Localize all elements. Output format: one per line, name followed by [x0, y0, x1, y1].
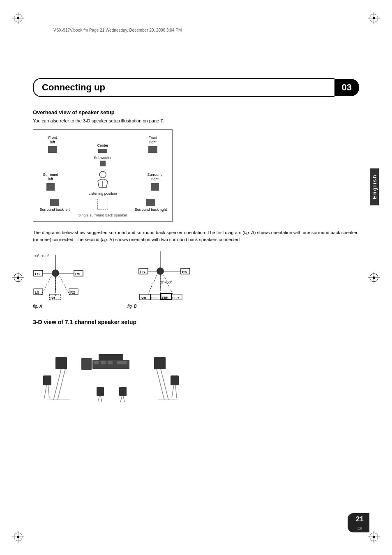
header-bar: Connecting up 03	[33, 78, 359, 97]
subwoofer-row: Subwoofer	[38, 156, 167, 166]
page-number-sub: En	[357, 526, 362, 530]
surround-back-row: Surround back left Surround back right	[38, 199, 167, 212]
svg-rect-71	[94, 361, 99, 364]
surround-row: Surroundleft Listening position Surround…	[38, 169, 167, 196]
svg-line-64	[53, 367, 62, 400]
front-left-speaker	[48, 146, 57, 153]
3d-speaker-illustration	[33, 330, 359, 405]
svg-rect-77	[43, 375, 51, 385]
svg-line-35	[60, 276, 70, 295]
svg-line-87	[120, 396, 122, 402]
svg-text:SBL: SBL	[141, 296, 147, 300]
overhead-heading: Overhead view of speaker setup	[33, 109, 359, 115]
svg-rect-68	[55, 357, 67, 369]
svg-text:LS: LS	[35, 290, 39, 295]
listening-position-group: Listening position	[88, 169, 117, 196]
svg-point-19	[17, 276, 19, 279]
svg-line-79	[48, 385, 49, 398]
chapter-number: 03	[334, 79, 359, 96]
svg-rect-74	[117, 361, 127, 364]
svg-point-23	[373, 276, 375, 279]
3d-view-heading: 3-D view of 7.1 channel speaker setup	[33, 319, 359, 325]
listening-position-label: Listening position	[88, 191, 117, 196]
fig-b-svg: LS RS 0°–60° SBL	[127, 250, 210, 303]
svg-point-7	[373, 17, 375, 19]
single-surround-back-indicator	[97, 199, 108, 210]
front-left-label: Frontleft	[38, 136, 67, 154]
reg-mark-br	[368, 531, 380, 543]
file-info: VSX-917V.book.fm Page 21 Wednesday, Dece…	[53, 28, 182, 32]
surround-back-right-speaker	[146, 199, 155, 206]
center-label: Center	[86, 143, 119, 154]
orientation-diagrams: 90°–120° LS RS	[33, 250, 359, 309]
svg-text:SBL: SBL	[151, 296, 158, 300]
surround-left-speaker	[46, 183, 55, 191]
center-speaker	[98, 149, 107, 153]
svg-line-66	[156, 367, 164, 400]
svg-line-88	[123, 396, 125, 402]
reg-mark-tr	[368, 12, 380, 24]
svg-text:SBR: SBR	[172, 296, 179, 300]
svg-line-78	[44, 385, 46, 398]
surround-back-left-group: Surround back left	[38, 199, 71, 212]
page-number: 21	[356, 515, 364, 523]
reg-mark-mr	[368, 272, 380, 283]
svg-text:90°–120°: 90°–120°	[34, 254, 49, 258]
subwoofer-speaker	[100, 161, 106, 166]
svg-line-65	[58, 367, 66, 400]
svg-rect-69	[154, 357, 166, 369]
svg-line-81	[172, 385, 174, 398]
svg-text:LS: LS	[35, 272, 40, 276]
front-row: Frontleft Center Frontright	[38, 136, 167, 154]
svg-line-51	[148, 275, 157, 294]
reg-mark-ml	[12, 272, 24, 283]
front-right-label: Frontright	[138, 136, 167, 154]
svg-line-84	[98, 396, 99, 402]
svg-point-11	[17, 536, 19, 538]
single-surround-back-group	[90, 199, 115, 210]
svg-point-15	[373, 536, 375, 538]
svg-text:RS: RS	[182, 270, 187, 274]
svg-rect-80	[171, 375, 179, 385]
surround-right-group: Surroundright	[143, 173, 167, 192]
svg-text:RS: RS	[70, 290, 76, 295]
svg-text:0°–60°: 0°–60°	[161, 280, 173, 284]
fig-a-container: 90°–120° LS RS	[33, 250, 111, 309]
svg-text:RS: RS	[75, 272, 81, 276]
svg-point-24	[99, 171, 106, 178]
svg-rect-75	[99, 354, 123, 360]
surround-back-right-group: Surround back right	[134, 199, 167, 212]
header-title: Connecting up	[33, 78, 334, 97]
svg-rect-76	[81, 358, 92, 370]
svg-point-3	[17, 17, 19, 19]
svg-line-53	[164, 275, 173, 294]
surround-left-group: Surroundleft	[38, 173, 63, 192]
svg-point-32	[52, 269, 59, 277]
reg-mark-bl	[12, 531, 24, 543]
svg-line-85	[101, 396, 102, 402]
overhead-diagram: Frontleft Center Frontright Subwoofer Su…	[33, 129, 173, 222]
svg-rect-83	[97, 387, 104, 396]
3d-speaker-svg	[33, 330, 189, 404]
svg-text:SBK: SBK	[161, 296, 168, 299]
svg-rect-72	[101, 361, 106, 364]
page-number-box: 21 En	[348, 513, 369, 532]
fig-a-label: fig. A	[33, 304, 111, 309]
reg-mark-tl	[12, 12, 24, 24]
fig-a-svg: 90°–120° LS RS	[33, 250, 111, 303]
language-sidebar: English	[370, 168, 379, 205]
svg-line-67	[160, 367, 168, 400]
description-text: The diagrams below show suggested surrou…	[33, 229, 359, 244]
surround-right-speaker	[151, 183, 159, 191]
svg-line-82	[175, 385, 177, 398]
single-surround-back-label: Single surround back speaker	[38, 213, 167, 217]
surround-back-left-speaker	[50, 199, 59, 206]
fig-b-label: fig. B	[127, 304, 210, 309]
svg-text:LS: LS	[140, 270, 145, 274]
svg-rect-73	[108, 361, 113, 364]
main-content: Connecting up 03 English Overhead view o…	[33, 45, 359, 522]
overhead-subtext: You can also refer to the 3-D speaker se…	[33, 117, 359, 124]
svg-point-49	[157, 267, 164, 275]
fig-b-container: LS RS 0°–60° SBL	[127, 250, 210, 309]
listening-position-icon	[92, 169, 114, 189]
